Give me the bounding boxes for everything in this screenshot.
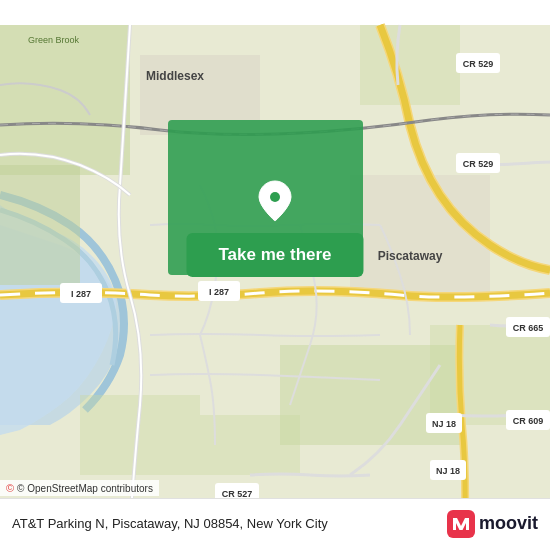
svg-rect-34: [447, 510, 475, 538]
svg-text:Middlesex: Middlesex: [146, 69, 204, 83]
svg-text:Green Brook: Green Brook: [28, 35, 80, 45]
moovit-logo-icon: [447, 510, 475, 538]
svg-text:NJ 18: NJ 18: [432, 419, 456, 429]
svg-text:CR 665: CR 665: [513, 323, 544, 333]
svg-text:Piscataway: Piscataway: [378, 249, 443, 263]
svg-text:I 287: I 287: [209, 287, 229, 297]
map-pin: [257, 179, 293, 227]
svg-rect-6: [360, 25, 460, 105]
info-bar: AT&T Parking N, Piscataway, NJ 08854, Ne…: [0, 498, 550, 550]
map-attribution: © © OpenStreetMap contributors: [0, 480, 159, 496]
svg-point-33: [270, 192, 280, 202]
svg-text:CR 529: CR 529: [463, 159, 494, 169]
svg-text:I 287: I 287: [71, 289, 91, 299]
moovit-logo-text: moovit: [479, 513, 538, 534]
take-me-there-button[interactable]: Take me there: [186, 233, 363, 277]
map-container: I 287 I 287 CR 529 CR 529 CR 665 CR 609 …: [0, 0, 550, 550]
svg-text:CR 529: CR 529: [463, 59, 494, 69]
svg-text:CR 609: CR 609: [513, 416, 544, 426]
moovit-logo: moovit: [447, 510, 538, 538]
svg-rect-2: [0, 165, 80, 285]
location-text: AT&T Parking N, Piscataway, NJ 08854, Ne…: [12, 516, 447, 531]
svg-text:NJ 18: NJ 18: [436, 466, 460, 476]
attribution-text: © OpenStreetMap contributors: [17, 483, 153, 494]
osm-logo-icon: ©: [6, 482, 14, 494]
